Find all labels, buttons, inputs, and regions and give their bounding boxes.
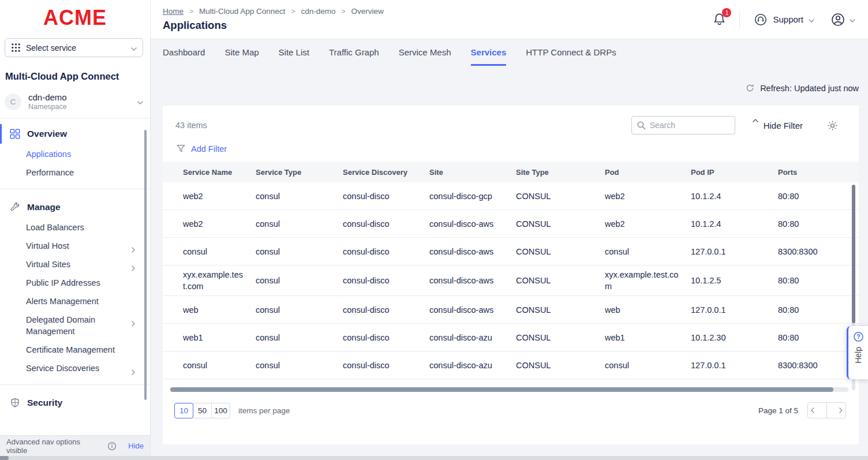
- search-input[interactable]: [650, 121, 730, 130]
- tab-services[interactable]: Services: [471, 47, 507, 66]
- hide-nav-link[interactable]: Hide: [128, 442, 144, 450]
- prev-page-button[interactable]: [807, 402, 827, 418]
- sidebar-item-load-balancers[interactable]: Load Balancers: [0, 218, 150, 237]
- page-size-10[interactable]: 10: [174, 403, 193, 418]
- services-card: 43 items Hide Filter Add Filter Serv: [163, 106, 859, 444]
- refresh-control[interactable]: Refresh: Updated just now: [163, 83, 859, 93]
- logo-row: ACME: [0, 0, 150, 36]
- gear-icon[interactable]: [827, 120, 838, 131]
- question-icon: ?: [853, 331, 864, 342]
- cell-service-discovery: consul-disco: [343, 356, 429, 375]
- column-header-pod: Pod: [605, 168, 691, 177]
- namespace-selector[interactable]: C cdn-demo Namespace: [5, 92, 143, 111]
- table-vertical-scrollbar-thumb[interactable]: [852, 185, 855, 323]
- shield-icon: [10, 397, 21, 409]
- cell-service-type: consul: [256, 215, 343, 233]
- cell-pod: web1: [605, 328, 691, 347]
- notifications-button[interactable]: 1: [712, 12, 727, 27]
- cell-service-name: web2: [183, 187, 256, 205]
- cell-site: consul-disco-aws: [429, 301, 516, 319]
- sidebar-item-virtual-host[interactable]: Virtual Host: [0, 237, 150, 255]
- cell-site: consul-disco-gcp: [429, 187, 516, 205]
- cell-service-type: consul: [256, 242, 343, 261]
- cell-site-type: CONSUL: [516, 187, 605, 205]
- cell-pod-ip: 10.1.2.4: [691, 187, 778, 205]
- table-row[interactable]: web2consulconsul-discoconsul-disco-awsCO…: [163, 210, 859, 238]
- column-header-site-type: Site Type: [516, 168, 605, 177]
- breadcrumb-item[interactable]: Multi-Cloud App Connect: [199, 7, 285, 16]
- sidebar-item-applications[interactable]: Applications: [0, 145, 150, 163]
- tab-site-list[interactable]: Site List: [279, 47, 309, 66]
- table-row[interactable]: web1consulconsul-discoconsul-disco-azuCO…: [163, 324, 859, 351]
- sidebar-item-performance[interactable]: Performance: [0, 163, 150, 182]
- cell-ports: 80:80: [778, 215, 847, 233]
- table-horizontal-scrollbar-thumb[interactable]: [170, 387, 833, 392]
- items-count: 43 items: [175, 121, 631, 130]
- sidebar-item-delegated-domain-management[interactable]: Delegated Domain Management: [0, 311, 150, 341]
- breadcrumb-item[interactable]: Home: [163, 7, 184, 16]
- help-tab[interactable]: ? Help: [847, 326, 868, 379]
- chevron-right-icon: [124, 244, 127, 249]
- table-row[interactable]: xyx.example.test.comconsulconsul-discoco…: [163, 265, 859, 296]
- cell-pod: consul: [605, 356, 691, 375]
- breadcrumb-item[interactable]: cdn-demo: [301, 7, 335, 16]
- namespace-name: cdn-demo: [28, 92, 130, 102]
- acme-logo: ACME: [43, 6, 107, 30]
- hide-filter-button[interactable]: Hide Filter: [753, 121, 803, 130]
- tab-dashboard[interactable]: Dashboard: [163, 47, 205, 66]
- sidebar-group-security[interactable]: Security: [0, 392, 150, 414]
- cell-service-discovery: consul-disco: [343, 215, 429, 233]
- breadcrumb-item[interactable]: Overview: [351, 7, 383, 16]
- tab-http-connect-drps[interactable]: HTTP Connect & DRPs: [526, 47, 616, 66]
- sidebar-item-certificate-management[interactable]: Certificate Management: [0, 341, 150, 359]
- select-service-dropdown[interactable]: Select service: [5, 38, 143, 57]
- cell-service-discovery: consul-disco: [343, 328, 429, 347]
- table-row[interactable]: webconsulconsul-discoconsul-disco-awsCON…: [163, 296, 859, 324]
- column-header-ports: Ports: [778, 168, 847, 177]
- cell-service-type: consul: [256, 301, 343, 319]
- help-label: Help: [854, 347, 863, 364]
- table-row[interactable]: consulconsulconsul-discoconsul-disco-azu…: [163, 351, 859, 379]
- cell-site: consul-disco-azu: [429, 356, 516, 375]
- cell-service-type: consul: [256, 356, 343, 375]
- apps-grid-icon: [11, 43, 21, 53]
- support-label: Support: [773, 14, 803, 24]
- cell-ports: 80:80: [778, 328, 847, 347]
- page-size-100[interactable]: 100: [211, 403, 230, 418]
- wrench-icon: [10, 201, 21, 213]
- tab-traffic-graph[interactable]: Traffic Graph: [329, 47, 379, 66]
- tab-service-mesh[interactable]: Service Mesh: [399, 47, 451, 66]
- table-row[interactable]: consulconsulconsul-discoconsul-disco-aws…: [163, 238, 859, 265]
- column-header-service-type: Service Type: [256, 168, 343, 177]
- support-menu[interactable]: Support: [754, 13, 814, 27]
- cell-service-discovery: consul-disco: [343, 242, 429, 261]
- column-header-service-name: Service Name: [183, 168, 256, 177]
- cell-ports: 80:80: [778, 187, 847, 205]
- tab-site-map[interactable]: Site Map: [225, 47, 259, 66]
- cell-site-type: CONSUL: [516, 356, 605, 375]
- cell-pod-ip: 127.0.0.1: [691, 242, 778, 261]
- sidebar-item-public-ip-addresses[interactable]: Public IP Addresses: [0, 274, 150, 292]
- sidebar-item-service-discoveries[interactable]: Service Discoveries: [0, 359, 150, 377]
- account-menu[interactable]: [830, 12, 855, 27]
- cell-pod: web2: [605, 187, 691, 205]
- page-size-50[interactable]: 50: [193, 403, 212, 418]
- sidebar-group-label: Security: [27, 398, 62, 408]
- filter-funnel-icon: [176, 144, 186, 154]
- sidebar-group-manage[interactable]: Manage: [0, 196, 150, 218]
- add-filter-button[interactable]: Add Filter: [163, 134, 859, 162]
- notification-badge: 1: [722, 8, 731, 17]
- info-icon[interactable]: [107, 442, 117, 451]
- sidebar-item-virtual-sites[interactable]: Virtual Sites: [0, 255, 150, 274]
- chevron-down-icon: [137, 96, 143, 107]
- chevron-up-icon: [753, 124, 758, 127]
- sidebar-scrollbar-thumb[interactable]: [144, 130, 147, 400]
- table-row[interactable]: web2consulconsul-discoconsul-disco-gcpCO…: [163, 182, 859, 210]
- page-horizontal-scrollbar-thumb[interactable]: [0, 456, 9, 460]
- breadcrumb-separator-icon: >: [189, 8, 193, 16]
- sidebar-item-alerts-management[interactable]: Alerts Management: [0, 292, 150, 311]
- column-header-site: Site: [429, 168, 516, 177]
- sidebar-group-overview[interactable]: Overview: [0, 123, 150, 145]
- cell-site: consul-disco-azu: [429, 328, 516, 347]
- next-page-button[interactable]: [826, 402, 846, 418]
